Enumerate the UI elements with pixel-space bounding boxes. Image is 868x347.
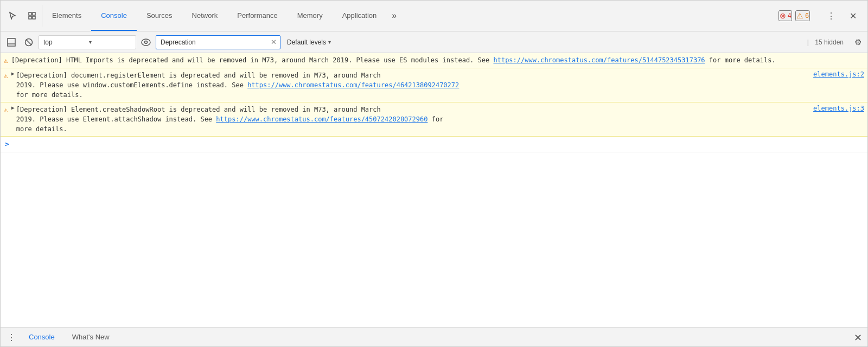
warning-count: 6 (805, 12, 809, 20)
tab-memory[interactable]: Memory (288, 1, 333, 31)
bottom-bar: ⋮ Console What's New ✕ (1, 327, 868, 347)
tab-network[interactable]: Network (182, 1, 228, 31)
filter-clear-button[interactable]: ✕ (270, 38, 278, 46)
log-text: [Deprecation] Element.createShadowRoot i… (16, 105, 807, 134)
svg-rect-1 (33, 12, 35, 15)
log-text: [Deprecation] HTML Imports is deprecated… (11, 55, 864, 65)
default-levels-button[interactable]: Default levels ▾ (283, 35, 335, 49)
svg-rect-2 (29, 16, 31, 19)
top-tab-bar: Elements Console Sources Network Perform… (1, 1, 868, 31)
console-toolbar: top ▾ ✕ Default levels ▾ | 15 hidden ⚙ (1, 31, 868, 53)
source-link-1[interactable]: elements.js:2 (813, 70, 864, 78)
settings-gear-button[interactable]: ⚙ (850, 35, 865, 50)
warning-badge[interactable]: ⚠ 6 (795, 10, 810, 21)
top-right-controls: ⊗ 4 ⚠ 6 ⋮ ✕ (774, 1, 866, 31)
filter-input-wrap: ✕ (156, 35, 280, 49)
warning-icon: ⚠ (4, 106, 8, 114)
expand-arrow-icon[interactable]: ▶ (11, 70, 15, 76)
log-entry: ⚠ ▶ [Deprecation] document.registerEleme… (1, 68, 868, 102)
deprecation-link-1[interactable]: https://www.chromestatus.com/features/51… (493, 56, 705, 64)
tab-elements[interactable]: Elements (42, 1, 91, 31)
log-text: [Deprecation] document.registerElement i… (16, 70, 807, 100)
bottom-tab-whats-new[interactable]: What's New (63, 327, 118, 347)
tab-sources[interactable]: Sources (137, 1, 182, 31)
svg-rect-3 (33, 16, 35, 19)
default-levels-arrow-icon: ▾ (328, 39, 331, 45)
svg-point-9 (145, 41, 148, 43)
svg-line-7 (26, 40, 31, 45)
deprecation-link-3[interactable]: https://www.chromestatus.com/features/45… (216, 115, 427, 123)
bottom-close-button[interactable]: ✕ (849, 327, 866, 347)
tab-performance[interactable]: Performance (227, 1, 287, 31)
dropdown-arrow-icon: ▾ (89, 39, 132, 45)
expand-arrow-icon[interactable]: ▶ (11, 105, 15, 111)
console-prompt: > (1, 137, 868, 152)
tab-console[interactable]: Console (91, 1, 137, 31)
svg-rect-4 (8, 38, 15, 46)
more-tabs-button[interactable]: » (386, 1, 402, 31)
warning-icon: ⚠ (4, 72, 8, 80)
context-value: top (43, 38, 87, 46)
close-button[interactable]: ✕ (844, 11, 862, 21)
context-selector[interactable]: top ▾ (39, 35, 136, 49)
layers-icon[interactable] (22, 1, 42, 31)
error-badge[interactable]: ⊗ 4 (778, 10, 793, 21)
source-link-2[interactable]: elements.js:3 (813, 105, 864, 112)
log-entry: ⚠ ▶ [Deprecation] Element.createShadowRo… (1, 102, 868, 137)
tab-application[interactable]: Application (333, 1, 387, 31)
devtools-window: Elements Console Sources Network Perform… (1, 1, 868, 347)
bottom-tab-console[interactable]: Console (20, 327, 63, 347)
svg-point-8 (142, 39, 150, 46)
more-options-button[interactable]: ⋮ (821, 11, 841, 21)
deprecation-link-2[interactable]: https://www.chromestatus.com/features/46… (247, 81, 459, 89)
console-content: ⚠ [Deprecation] HTML Imports is deprecat… (1, 53, 868, 327)
hidden-count: | 15 hidden (803, 38, 848, 46)
drawer-icon[interactable] (4, 35, 19, 50)
prompt-chevron-icon: > (5, 140, 9, 148)
hidden-count-pipe: | (807, 38, 809, 46)
error-count: 4 (788, 12, 792, 20)
cursor-icon[interactable] (3, 1, 22, 31)
log-entry: ⚠ [Deprecation] HTML Imports is deprecat… (1, 53, 868, 68)
bottom-menu-button[interactable]: ⋮ (3, 327, 20, 347)
eye-icon[interactable] (138, 35, 154, 50)
svg-rect-0 (29, 12, 31, 15)
stop-icon[interactable] (21, 35, 36, 50)
tab-list: Elements Console Sources Network Perform… (42, 1, 774, 31)
warning-icon: ⚠ (4, 56, 8, 65)
default-levels-label: Default levels (287, 38, 326, 46)
filter-input[interactable] (161, 38, 270, 46)
prompt-cursor[interactable] (12, 140, 864, 149)
